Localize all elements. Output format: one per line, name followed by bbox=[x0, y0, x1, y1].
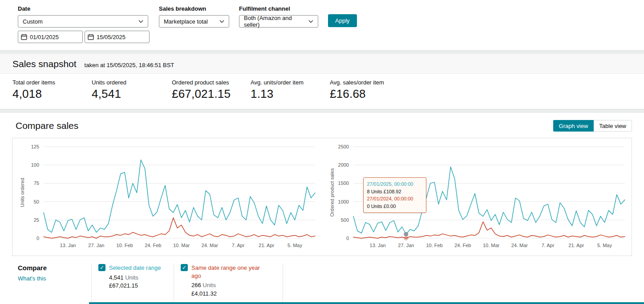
metric-units-ordered: Units ordered 4,541 bbox=[92, 79, 172, 101]
end-date-input[interactable] bbox=[97, 34, 141, 40]
svg-text:5. May: 5. May bbox=[288, 243, 303, 248]
compare-sales-panel: Compare sales Graph view Table view 0255… bbox=[0, 113, 644, 304]
svg-text:500: 500 bbox=[340, 217, 348, 223]
legend-label: Same date range one year ago bbox=[191, 264, 262, 280]
svg-text:13. Jan: 13. Jan bbox=[369, 243, 385, 248]
metric-avg-units-per-order: Avg. units/order item 1.13 bbox=[251, 79, 330, 101]
metric-value: £67,021.15 bbox=[172, 87, 251, 101]
legend-sales: £4,011.32 bbox=[191, 290, 274, 298]
legend-label: Selected date range bbox=[109, 264, 161, 272]
svg-text:10. Mar: 10. Mar bbox=[173, 243, 190, 248]
sales-snapshot-title: Sales snapshot bbox=[12, 59, 77, 69]
selected-range-checkbox[interactable]: ✓ bbox=[98, 264, 105, 271]
svg-text:24. Mar: 24. Mar bbox=[202, 243, 219, 248]
charts-container: 025507510012513. Jan27. Jan10. Feb24. Fe… bbox=[12, 138, 632, 256]
svg-text:13. Jan: 13. Jan bbox=[60, 243, 76, 248]
metric-label: Units ordered bbox=[92, 79, 172, 86]
svg-text:21. Apr: 21. Apr bbox=[259, 243, 274, 248]
svg-text:0: 0 bbox=[36, 236, 39, 241]
metric-value: 4,018 bbox=[12, 87, 92, 101]
svg-text:0: 0 bbox=[346, 236, 348, 241]
metric-avg-sales-per-order: Avg. sales/order item £16.68 bbox=[330, 79, 384, 101]
chevron-down-icon bbox=[138, 20, 143, 23]
metric-ordered-product-sales: Ordered product sales £67,021.15 bbox=[172, 79, 251, 101]
svg-text:27. Jan: 27. Jan bbox=[88, 243, 104, 248]
previous-year-checkbox[interactable]: ✓ bbox=[181, 264, 188, 271]
svg-text:1000: 1000 bbox=[338, 199, 348, 204]
snapshot-metrics: Total order items 4,018 Units ordered 4,… bbox=[0, 74, 644, 109]
tooltip-previous-value: 0 Units £0.00 bbox=[367, 203, 422, 210]
chevron-down-icon bbox=[308, 20, 313, 23]
horizontal-scrollbar[interactable] bbox=[89, 302, 644, 304]
graph-view-button[interactable]: Graph view bbox=[553, 120, 594, 132]
metric-label: Avg. sales/order item bbox=[330, 79, 384, 86]
svg-text:24. Feb: 24. Feb bbox=[454, 243, 471, 248]
sales-breakdown-label: Sales breakdown bbox=[159, 5, 229, 12]
legend-item-previous-year: ✓ Same date range one year ago 266 Units… bbox=[174, 264, 283, 304]
ordered-product-sales-chart[interactable]: 0500100015002000250013. Jan27. Jan10. Fe… bbox=[322, 138, 632, 256]
snapshot-timestamp: taken at 15/05/2025, 18:46:51 BST bbox=[85, 62, 174, 68]
calendar-icon[interactable] bbox=[88, 34, 94, 40]
metric-label: Avg. units/order item bbox=[251, 79, 330, 86]
svg-text:100: 100 bbox=[31, 162, 39, 168]
table-view-button[interactable]: Table view bbox=[594, 120, 632, 132]
legend-units: 266 Units bbox=[191, 281, 274, 290]
metric-value: £16.68 bbox=[330, 87, 384, 101]
svg-text:24. Mar: 24. Mar bbox=[511, 243, 528, 248]
fulfilment-channel-select[interactable]: Both (Amazon and seller) bbox=[239, 15, 318, 28]
date-filter-label: Date bbox=[18, 5, 148, 12]
svg-text:10. Feb: 10. Feb bbox=[116, 243, 133, 248]
svg-text:10. Mar: 10. Mar bbox=[482, 243, 499, 248]
svg-text:Ordered product sales: Ordered product sales bbox=[329, 168, 335, 216]
svg-text:50: 50 bbox=[34, 199, 39, 204]
metric-value: 1.13 bbox=[251, 87, 330, 101]
start-date-input[interactable] bbox=[30, 34, 74, 40]
svg-text:125: 125 bbox=[31, 144, 39, 149]
legend-sales: £67,021.15 bbox=[109, 282, 165, 290]
tooltip-current-value: 8 Units £108.92 bbox=[367, 188, 422, 196]
tooltip-current-date: 27/01/2025, 00:00:00 bbox=[367, 180, 422, 188]
date-range-select-value: Custom bbox=[23, 18, 43, 25]
svg-text:24. Feb: 24. Feb bbox=[145, 243, 161, 248]
svg-text:27. Jan: 27. Jan bbox=[398, 243, 414, 248]
compare-legend-title: Compare bbox=[18, 264, 91, 272]
fulfilment-channel-label: Fulfilment channel bbox=[239, 5, 318, 12]
legend-units: 4,541 Units bbox=[109, 274, 165, 282]
end-date-field[interactable] bbox=[85, 31, 150, 43]
chart-tooltip: 27/01/2025, 00:00:00 8 Units £108.92 27/… bbox=[363, 177, 426, 213]
view-toggle: Graph view Table view bbox=[553, 120, 632, 132]
svg-text:2500: 2500 bbox=[338, 144, 348, 149]
svg-text:75: 75 bbox=[34, 180, 39, 186]
chevron-down-icon bbox=[219, 20, 224, 23]
whats-this-link[interactable]: What's this bbox=[18, 275, 46, 282]
calendar-icon[interactable] bbox=[21, 34, 27, 40]
compare-sales-title: Compare sales bbox=[16, 120, 78, 131]
tooltip-previous-date: 27/01/2024, 00:00:00 bbox=[367, 195, 422, 203]
fulfilment-channel-select-value: Both (Amazon and seller) bbox=[244, 15, 308, 28]
units-ordered-chart[interactable]: 025507510012513. Jan27. Jan10. Feb24. Fe… bbox=[12, 138, 322, 256]
start-date-field[interactable] bbox=[18, 31, 83, 43]
filters-panel: Date Custom Sales breakdown Marketplace … bbox=[0, 0, 644, 51]
metric-value: 4,541 bbox=[92, 87, 172, 101]
svg-text:7. Apr: 7. Apr bbox=[541, 243, 554, 248]
svg-text:Units ordered: Units ordered bbox=[20, 178, 25, 207]
legend-item-selected-range: ✓ Selected date range 4,541 Units £67,02… bbox=[91, 264, 174, 302]
svg-text:25: 25 bbox=[34, 217, 39, 223]
svg-text:21. Apr: 21. Apr bbox=[568, 243, 584, 248]
metric-total-order-items: Total order items 4,018 bbox=[12, 79, 92, 101]
svg-text:7. Apr: 7. Apr bbox=[232, 243, 245, 248]
date-range-select[interactable]: Custom bbox=[18, 15, 148, 28]
svg-text:5. May: 5. May bbox=[597, 243, 612, 248]
svg-text:10. Feb: 10. Feb bbox=[426, 243, 442, 248]
apply-button[interactable]: Apply bbox=[328, 14, 357, 27]
sales-breakdown-select-value: Marketplace total bbox=[164, 18, 208, 25]
metric-label: Ordered product sales bbox=[172, 79, 251, 86]
compare-legend: Compare What's this ✓ Selected date rang… bbox=[12, 256, 632, 304]
sales-breakdown-select[interactable]: Marketplace total bbox=[159, 15, 229, 28]
svg-text:1500: 1500 bbox=[338, 180, 348, 186]
metric-label: Total order items bbox=[12, 79, 92, 86]
sales-snapshot-panel: Sales snapshot taken at 15/05/2025, 18:4… bbox=[0, 54, 644, 109]
svg-text:2000: 2000 bbox=[338, 162, 348, 168]
